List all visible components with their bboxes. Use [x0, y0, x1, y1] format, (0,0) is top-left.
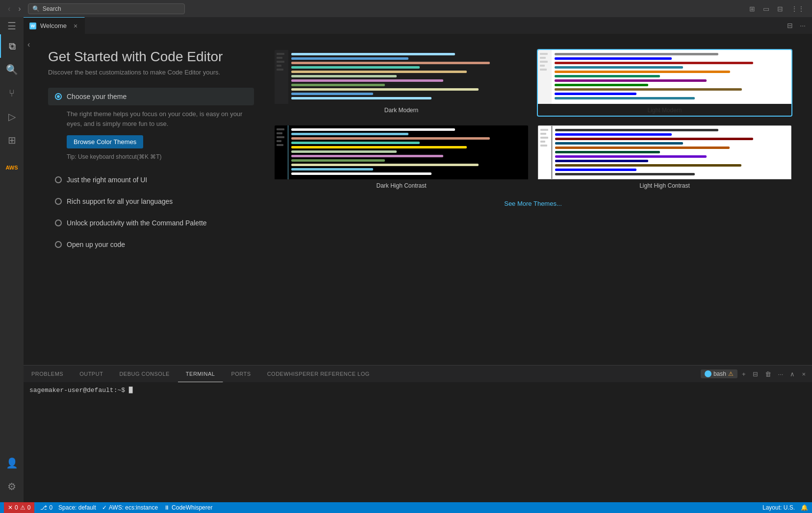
- sidebar-item-search[interactable]: 🔍: [0, 58, 24, 81]
- panel-tab-problems[interactable]: PROBLEMS: [24, 366, 72, 382]
- sidebar-item-extensions[interactable]: ⊞: [0, 128, 24, 152]
- bash-icon: [705, 370, 711, 377]
- status-aws[interactable]: ✓ AWS: ecs:instance: [102, 504, 158, 511]
- status-bell[interactable]: 🔔: [801, 504, 808, 511]
- welcome-back-area: ‹: [24, 34, 38, 365]
- source-control-icon: ⑂: [9, 88, 15, 99]
- theme-label-dark-modern: Dark Modern: [275, 104, 528, 116]
- tab-welcome[interactable]: W Welcome ×: [24, 17, 85, 34]
- close-panel-button[interactable]: ×: [799, 369, 808, 379]
- split-editor-button[interactable]: ⊟: [785, 21, 795, 30]
- status-branch[interactable]: ⎇ 0: [40, 504, 52, 511]
- accordion-choose-theme-radio: [55, 93, 62, 100]
- status-bar: ✕ 0 ⚠ 0 ⎇ 0 Space: default ✓ AWS: ecs:in…: [0, 502, 812, 513]
- space-label: Space: default: [58, 504, 96, 511]
- more-panel-actions-button[interactable]: ···: [776, 369, 786, 379]
- codewhisperer-label: CodeWhisperer: [172, 504, 212, 511]
- accordion-rich-support-label: Rich support for all your languages: [67, 197, 173, 205]
- bash-badge[interactable]: bash ⚠: [701, 369, 737, 378]
- accordion-unlock-productivity-radio: [55, 220, 62, 226]
- add-terminal-button[interactable]: +: [739, 369, 748, 379]
- content-area: W Welcome × ⊟ ··· ‹ Get Started with Cod…: [24, 17, 812, 502]
- panel-tabs: PROBLEMS OUTPUT DEBUG CONSOLE TERMINAL P…: [24, 366, 812, 383]
- error-icon: ✕: [8, 504, 13, 511]
- split-terminal-button[interactable]: ⊟: [750, 369, 761, 379]
- accordion-unlock-productivity-header[interactable]: Unlock productivity with the Command Pal…: [48, 214, 254, 232]
- search-input[interactable]: [43, 5, 180, 12]
- panel-tab-terminal[interactable]: TERMINAL: [178, 366, 224, 382]
- theme-grid: Dark Modern: [274, 49, 792, 192]
- terminal-content[interactable]: sagemaker-user@default:~$ █: [24, 383, 812, 502]
- settings-icon: ⚙: [7, 481, 16, 492]
- accordion-right-ui-label: Just the right amount of UI: [67, 176, 147, 184]
- theme-card-dark-hc[interactable]: Dark High Contrast: [274, 124, 529, 192]
- warning-icon: ⚠: [728, 370, 734, 377]
- bell-icon: 🔔: [801, 504, 808, 511]
- sidebar: ☰ ⧉ 🔍 ⑂ ▷ ⊞ AWS 👤: [0, 17, 24, 502]
- accordion-open-code-header[interactable]: Open up your code: [48, 236, 254, 253]
- warning-count: 0: [27, 504, 31, 511]
- tab-welcome-close[interactable]: ×: [73, 22, 78, 30]
- sidebar-item-hamburger[interactable]: ☰: [0, 17, 24, 34]
- sidebar-light-hc: [538, 126, 552, 179]
- layout-toggle-2[interactable]: ▭: [761, 4, 772, 14]
- sidebar-lines-dark-hc: [275, 125, 288, 149]
- sidebar-item-explorer[interactable]: ⧉: [0, 34, 24, 58]
- panel-tab-ports[interactable]: PORTS: [223, 366, 259, 382]
- panel-tab-output[interactable]: OUTPUT: [72, 366, 111, 382]
- title-bar-left: ‹ › 🔍: [5, 3, 185, 14]
- search-icon: 🔍: [32, 5, 40, 12]
- extensions-icon: ⊞: [8, 134, 16, 146]
- panel-tab-codewhisperer[interactable]: CODEWHISPERER REFERENCE LOG: [259, 366, 378, 382]
- terminal-cursor: █: [129, 387, 133, 394]
- sidebar-lines-dark-modern: [275, 50, 288, 73]
- theme-card-light-hc[interactable]: Light High Contrast: [537, 124, 792, 192]
- delete-terminal-button[interactable]: 🗑: [762, 369, 774, 379]
- code-area-dark-hc: [288, 125, 528, 179]
- layout-toggle-1[interactable]: ⊞: [747, 4, 758, 14]
- run-icon: ▷: [8, 111, 16, 122]
- account-icon: 👤: [6, 457, 18, 469]
- accordion-choose-theme-label: Choose your theme: [67, 93, 127, 100]
- sidebar-item-run[interactable]: ▷: [0, 105, 24, 128]
- status-layout[interactable]: Layout: U.S.: [762, 504, 795, 511]
- sidebar-item-account[interactable]: 👤: [0, 451, 24, 475]
- more-tab-actions-button[interactable]: ···: [797, 21, 808, 30]
- main-container: ☰ ⧉ 🔍 ⑂ ▷ ⊞ AWS 👤: [0, 17, 812, 502]
- accordion-right-ui-header[interactable]: Just the right amount of UI: [48, 171, 254, 189]
- panel-tab-debug-console[interactable]: DEBUG CONSOLE: [111, 366, 178, 382]
- welcome-back-button[interactable]: ‹: [27, 40, 30, 49]
- error-count: 0: [15, 504, 18, 511]
- browse-color-themes-button[interactable]: Browse Color Themes: [67, 135, 143, 148]
- search-bar[interactable]: 🔍: [28, 3, 185, 14]
- status-space[interactable]: Space: default: [58, 504, 96, 511]
- layout-toggle-3[interactable]: ⊟: [775, 4, 786, 14]
- theme-preview-dark-modern: [275, 50, 528, 104]
- theme-card-dark-modern[interactable]: Dark Modern: [274, 49, 529, 117]
- accordion-open-code-label: Open up your code: [67, 241, 125, 248]
- code-area-dark-modern: [288, 50, 528, 104]
- more-options-button[interactable]: ⋮⋮: [788, 4, 807, 14]
- title-bar: ‹ › 🔍 ⊞ ▭ ⊟ ⋮⋮: [0, 0, 812, 17]
- maximize-panel-button[interactable]: ∧: [787, 369, 797, 379]
- nav-forward-button[interactable]: ›: [15, 3, 24, 14]
- aws-label: AWS: ecs:instance: [109, 504, 158, 511]
- status-error-area[interactable]: ✕ 0 ⚠ 0: [4, 502, 34, 513]
- nav-back-button[interactable]: ‹: [5, 3, 13, 14]
- warning-icon: ⚠: [20, 504, 25, 511]
- sidebar-item-source-control[interactable]: ⑂: [0, 81, 24, 105]
- theme-preview-light-hc: [538, 125, 791, 179]
- sidebar-item-aws[interactable]: AWS: [0, 156, 24, 179]
- welcome-left: Get Started with Code Editor Discover th…: [48, 49, 254, 350]
- hamburger-icon: ☰: [7, 20, 16, 32]
- accordion-rich-support-header[interactable]: Rich support for all your languages: [48, 193, 254, 210]
- tab-bar-right: ⊟ ···: [785, 17, 812, 34]
- accordion-unlock-productivity-label: Unlock productivity with the Command Pal…: [67, 219, 207, 227]
- accordion-choose-theme-header[interactable]: Choose your theme: [48, 88, 254, 105]
- sidebar-item-settings[interactable]: ⚙: [0, 475, 24, 498]
- welcome-content: Get Started with Code Editor Discover th…: [38, 34, 812, 365]
- see-more-themes-link[interactable]: See More Themes...: [274, 200, 792, 207]
- status-codewhisperer[interactable]: ⏸ CodeWhisperer: [164, 504, 212, 511]
- theme-card-light-modern[interactable]: Light Modern: [537, 49, 792, 117]
- pause-icon: ⏸: [164, 504, 170, 511]
